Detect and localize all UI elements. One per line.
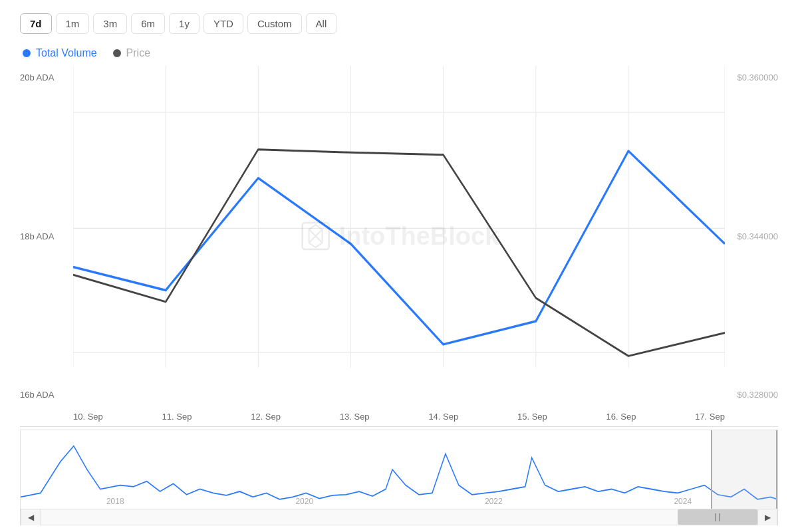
x-label-1: 11. Sep [162, 412, 192, 422]
chart-legend: Total VolumePrice [20, 47, 778, 59]
time-btn-7d[interactable]: 7d [20, 13, 52, 34]
main-chart-area: 20b ADA 18b ADA 16b ADA $0.360000 $0.344… [20, 66, 778, 427]
x-label-2: 12. Sep [251, 412, 281, 422]
x-label-7: 17. Sep [695, 412, 725, 422]
y-right-label-top: $0.360000 [737, 72, 778, 82]
navigator-window[interactable] [711, 430, 777, 509]
x-label-6: 16. Sep [606, 412, 636, 422]
time-btn-1m[interactable]: 1m [56, 13, 90, 34]
legend-item-1: Price [113, 47, 150, 59]
legend-item-0: Total Volume [23, 47, 97, 59]
time-btn-1y[interactable]: 1y [169, 13, 200, 34]
x-label-4: 14. Sep [428, 412, 458, 422]
scroll-thumb[interactable] [678, 509, 757, 525]
y-axis-left: 20b ADA 18b ADA 16b ADA [20, 66, 54, 406]
legend-dot-1 [113, 49, 121, 57]
x-label-3: 13. Sep [340, 412, 370, 422]
y-label-top: 20b ADA [20, 72, 54, 82]
main-chart-svg [73, 66, 725, 406]
y-right-label-mid: $0.344000 [737, 231, 778, 241]
legend-label-1: Price [126, 47, 150, 59]
legend-label-0: Total Volume [36, 47, 97, 59]
y-label-bot: 16b ADA [20, 390, 54, 400]
y-label-mid: 18b ADA [20, 231, 54, 241]
time-btn-3m[interactable]: 3m [93, 13, 127, 34]
time-btn-all[interactable]: All [306, 13, 337, 34]
x-label-0: 10. Sep [73, 412, 103, 422]
mini-chart-svg [21, 430, 777, 509]
time-range-selector: 7d1m3m6m1yYTDCustomAll [20, 13, 778, 34]
chart-svg-container: IntoTheBlock [73, 66, 725, 406]
legend-dot-0 [23, 49, 31, 57]
mini-chart-area[interactable]: 2018 2020 2022 2024 [20, 430, 778, 509]
chart-wrapper: 20b ADA 18b ADA 16b ADA $0.360000 $0.344… [20, 66, 778, 525]
y-axis-right: $0.360000 $0.344000 $0.328000 [737, 66, 778, 406]
time-btn-custom[interactable]: Custom [247, 13, 302, 34]
main-container: 7d1m3m6m1yYTDCustomAll Total VolumePrice… [0, 0, 798, 532]
scroll-track[interactable] [41, 509, 757, 525]
scrollbar-row: ◀ ▶ [20, 509, 778, 525]
scroll-thumb-grip [715, 513, 720, 521]
scroll-left-button[interactable]: ◀ [21, 509, 41, 525]
x-axis: 10. Sep 11. Sep 12. Sep 13. Sep 14. Sep … [73, 406, 725, 426]
time-btn-6m[interactable]: 6m [131, 13, 165, 34]
time-btn-ytd[interactable]: YTD [203, 13, 243, 34]
y-right-label-bot: $0.328000 [737, 390, 778, 400]
x-label-5: 15. Sep [517, 412, 547, 422]
scroll-right-button[interactable]: ▶ [757, 509, 777, 525]
